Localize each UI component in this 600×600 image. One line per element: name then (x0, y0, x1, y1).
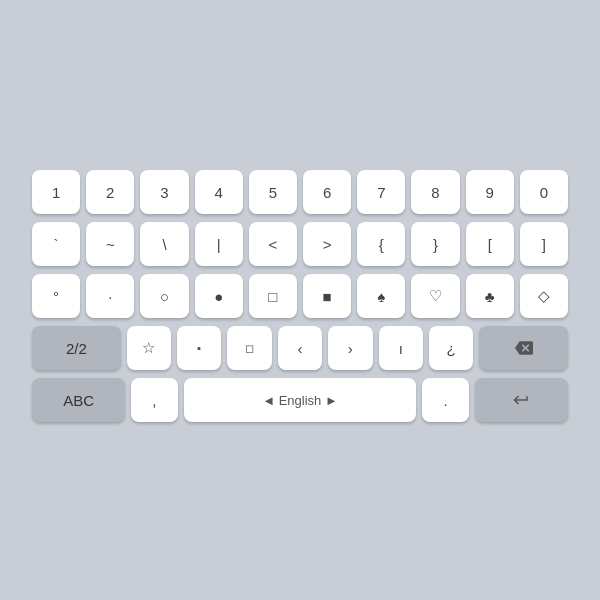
key-4[interactable]: 4 (195, 170, 243, 214)
key-dotless-i[interactable]: ı (379, 326, 423, 370)
key-1[interactable]: 1 (32, 170, 80, 214)
key-abc[interactable]: ABC (32, 378, 125, 422)
key-3[interactable]: 3 (140, 170, 188, 214)
keyboard: 1 2 3 4 5 6 7 8 9 0 ` ~ \ | < > { } [ ] … (20, 154, 580, 446)
key-degree[interactable]: ° (32, 274, 80, 318)
key-7[interactable]: 7 (357, 170, 405, 214)
key-8[interactable]: 8 (411, 170, 459, 214)
key-spade[interactable]: ♠ (357, 274, 405, 318)
key-comma[interactable]: , (131, 378, 178, 422)
key-backspace[interactable] (479, 326, 568, 370)
key-lbrace[interactable]: { (357, 222, 405, 266)
key-lt[interactable]: < (249, 222, 297, 266)
key-small-rect[interactable]: ▪ (177, 326, 221, 370)
key-inv-question[interactable]: ¿ (429, 326, 473, 370)
key-backtick[interactable]: ` (32, 222, 80, 266)
key-rbracket[interactable]: ] (520, 222, 568, 266)
key-page-indicator[interactable]: 2/2 (32, 326, 121, 370)
key-spacebar[interactable]: ◄ English ► (184, 378, 417, 422)
key-return[interactable] (475, 378, 568, 422)
key-left-angle[interactable]: ‹ (278, 326, 322, 370)
keyboard-row-4: 2/2 ☆ ▪ ◻ ‹ › ı ¿ (32, 326, 568, 370)
return-icon (512, 391, 530, 409)
key-club[interactable]: ♣ (466, 274, 514, 318)
key-period[interactable]: . (422, 378, 469, 422)
key-gt[interactable]: > (303, 222, 351, 266)
keyboard-row-5: ABC , ◄ English ► . (32, 378, 568, 422)
keyboard-row-1: 1 2 3 4 5 6 7 8 9 0 (32, 170, 568, 214)
key-9[interactable]: 9 (466, 170, 514, 214)
backspace-icon (515, 339, 533, 357)
keyboard-row-3: ° · ○ ● □ ■ ♠ ♡ ♣ ◇ (32, 274, 568, 318)
key-star[interactable]: ☆ (127, 326, 171, 370)
key-heart[interactable]: ♡ (411, 274, 459, 318)
key-middot[interactable]: · (86, 274, 134, 318)
key-small-square[interactable]: ◻ (227, 326, 271, 370)
key-rbrace[interactable]: } (411, 222, 459, 266)
key-0[interactable]: 0 (520, 170, 568, 214)
key-pipe[interactable]: | (195, 222, 243, 266)
key-backslash[interactable]: \ (140, 222, 188, 266)
key-tilde[interactable]: ~ (86, 222, 134, 266)
key-square-filled[interactable]: ■ (303, 274, 351, 318)
key-diamond[interactable]: ◇ (520, 274, 568, 318)
key-circle-open[interactable]: ○ (140, 274, 188, 318)
key-square-open[interactable]: □ (249, 274, 297, 318)
key-5[interactable]: 5 (249, 170, 297, 214)
key-circle-filled[interactable]: ● (195, 274, 243, 318)
key-2[interactable]: 2 (86, 170, 134, 214)
key-lbracket[interactable]: [ (466, 222, 514, 266)
key-right-angle[interactable]: › (328, 326, 372, 370)
key-6[interactable]: 6 (303, 170, 351, 214)
keyboard-row-2: ` ~ \ | < > { } [ ] (32, 222, 568, 266)
